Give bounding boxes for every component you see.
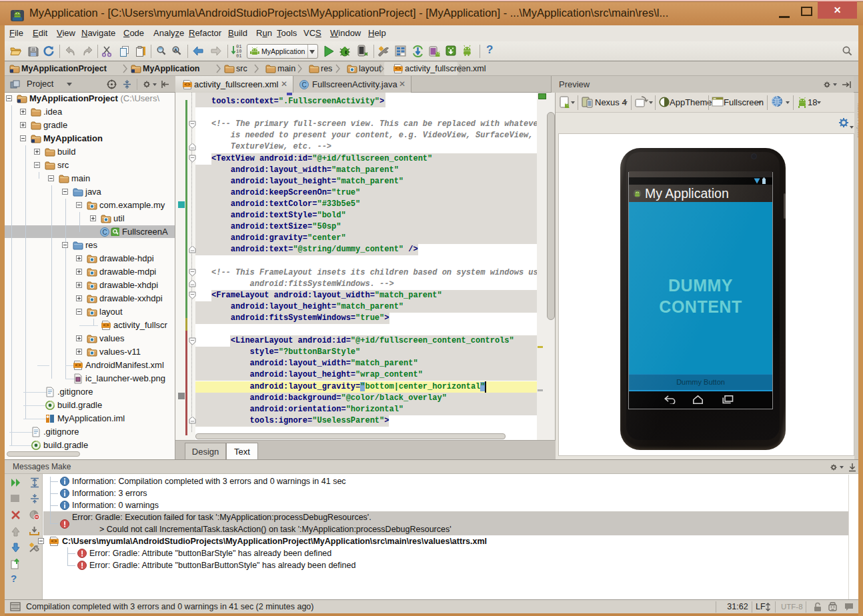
svg-text:A: A xyxy=(174,47,178,53)
